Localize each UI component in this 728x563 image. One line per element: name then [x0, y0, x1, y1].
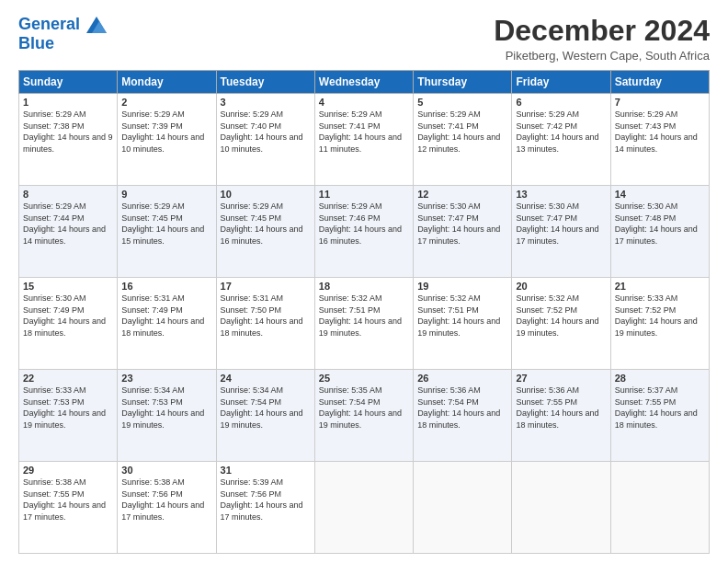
empty-cell [610, 462, 709, 554]
day-number: 19 [417, 281, 507, 292]
day-number: 17 [221, 281, 311, 292]
calendar-day-22: 22 Sunrise: 5:33 AM Sunset: 7:53 PM Dayl… [19, 370, 118, 462]
cell-info: Sunrise: 5:29 AM Sunset: 7:41 PM Dayligh… [319, 109, 409, 155]
empty-cell [314, 462, 413, 554]
calendar-day-28: 28 Sunrise: 5:37 AM Sunset: 7:55 PM Dayl… [610, 370, 709, 462]
calendar-day-7: 7 Sunrise: 5:29 AM Sunset: 7:43 PM Dayli… [610, 94, 709, 186]
logo: General Blue [18, 15, 107, 52]
day-number: 22 [23, 373, 113, 384]
calendar-day-1: 1 Sunrise: 5:29 AM Sunset: 7:38 PM Dayli… [19, 94, 118, 186]
cell-info: Sunrise: 5:29 AM Sunset: 7:46 PM Dayligh… [319, 201, 409, 247]
calendar-table: SundayMondayTuesdayWednesdayThursdayFrid… [18, 70, 710, 554]
calendar-day-4: 4 Sunrise: 5:29 AM Sunset: 7:41 PM Dayli… [314, 94, 413, 186]
calendar-week-5: 29 Sunrise: 5:38 AM Sunset: 7:55 PM Dayl… [19, 462, 710, 554]
day-number: 27 [516, 373, 606, 384]
calendar-day-18: 18 Sunrise: 5:32 AM Sunset: 7:51 PM Dayl… [314, 278, 413, 370]
cell-info: Sunrise: 5:37 AM Sunset: 7:55 PM Dayligh… [615, 385, 705, 431]
logo-icon [86, 17, 107, 33]
col-header-thursday: Thursday [414, 71, 512, 94]
cell-info: Sunrise: 5:29 AM Sunset: 7:42 PM Dayligh… [516, 109, 606, 155]
calendar-day-16: 16 Sunrise: 5:31 AM Sunset: 7:49 PM Dayl… [118, 278, 216, 370]
calendar-day-17: 17 Sunrise: 5:31 AM Sunset: 7:50 PM Dayl… [216, 278, 314, 370]
day-number: 29 [23, 465, 113, 476]
calendar-day-25: 25 Sunrise: 5:35 AM Sunset: 7:54 PM Dayl… [314, 370, 413, 462]
day-number: 6 [516, 97, 606, 108]
calendar-week-2: 8 Sunrise: 5:29 AM Sunset: 7:44 PM Dayli… [19, 186, 710, 278]
calendar-day-27: 27 Sunrise: 5:36 AM Sunset: 7:55 PM Dayl… [512, 370, 610, 462]
calendar-day-8: 8 Sunrise: 5:29 AM Sunset: 7:44 PM Dayli… [19, 186, 118, 278]
title-section: December 2024 Piketberg, Western Cape, S… [494, 15, 710, 63]
cell-info: Sunrise: 5:38 AM Sunset: 7:56 PM Dayligh… [121, 477, 211, 523]
calendar-header-row: SundayMondayTuesdayWednesdayThursdayFrid… [19, 71, 710, 94]
day-number: 12 [417, 189, 507, 200]
col-header-friday: Friday [512, 71, 610, 94]
cell-info: Sunrise: 5:30 AM Sunset: 7:47 PM Dayligh… [417, 201, 507, 247]
day-number: 14 [615, 189, 705, 200]
calendar-week-4: 22 Sunrise: 5:33 AM Sunset: 7:53 PM Dayl… [19, 370, 710, 462]
calendar-week-1: 1 Sunrise: 5:29 AM Sunset: 7:38 PM Dayli… [19, 94, 710, 186]
calendar-day-13: 13 Sunrise: 5:30 AM Sunset: 7:47 PM Dayl… [512, 186, 610, 278]
day-number: 23 [121, 373, 211, 384]
header: General Blue December 2024 Piketberg, We… [18, 15, 710, 63]
cell-info: Sunrise: 5:36 AM Sunset: 7:55 PM Dayligh… [516, 385, 606, 431]
cell-info: Sunrise: 5:29 AM Sunset: 7:38 PM Dayligh… [23, 109, 113, 155]
cell-info: Sunrise: 5:38 AM Sunset: 7:55 PM Dayligh… [23, 477, 113, 523]
cell-info: Sunrise: 5:30 AM Sunset: 7:48 PM Dayligh… [615, 201, 705, 247]
cell-info: Sunrise: 5:39 AM Sunset: 7:56 PM Dayligh… [221, 477, 311, 523]
day-number: 26 [417, 373, 507, 384]
cell-info: Sunrise: 5:34 AM Sunset: 7:53 PM Dayligh… [121, 385, 211, 431]
cell-info: Sunrise: 5:32 AM Sunset: 7:51 PM Dayligh… [417, 293, 507, 339]
day-number: 15 [23, 281, 113, 292]
cell-info: Sunrise: 5:29 AM Sunset: 7:45 PM Dayligh… [221, 201, 311, 247]
day-number: 18 [319, 281, 409, 292]
day-number: 25 [319, 373, 409, 384]
calendar-day-20: 20 Sunrise: 5:32 AM Sunset: 7:52 PM Dayl… [512, 278, 610, 370]
day-number: 20 [516, 281, 606, 292]
col-header-wednesday: Wednesday [314, 71, 413, 94]
day-number: 13 [516, 189, 606, 200]
cell-info: Sunrise: 5:30 AM Sunset: 7:49 PM Dayligh… [23, 293, 113, 339]
day-number: 31 [221, 465, 311, 476]
day-number: 1 [23, 97, 113, 108]
calendar-day-10: 10 Sunrise: 5:29 AM Sunset: 7:45 PM Dayl… [216, 186, 314, 278]
day-number: 2 [121, 97, 211, 108]
cell-info: Sunrise: 5:35 AM Sunset: 7:54 PM Dayligh… [319, 385, 409, 431]
calendar-day-24: 24 Sunrise: 5:34 AM Sunset: 7:54 PM Dayl… [216, 370, 314, 462]
calendar-day-12: 12 Sunrise: 5:30 AM Sunset: 7:47 PM Dayl… [414, 186, 512, 278]
calendar-day-15: 15 Sunrise: 5:30 AM Sunset: 7:49 PM Dayl… [19, 278, 118, 370]
calendar-day-2: 2 Sunrise: 5:29 AM Sunset: 7:39 PM Dayli… [118, 94, 216, 186]
cell-info: Sunrise: 5:36 AM Sunset: 7:54 PM Dayligh… [417, 385, 507, 431]
calendar-day-31: 31 Sunrise: 5:39 AM Sunset: 7:56 PM Dayl… [216, 462, 314, 554]
calendar-day-29: 29 Sunrise: 5:38 AM Sunset: 7:55 PM Dayl… [19, 462, 118, 554]
col-header-monday: Monday [118, 71, 216, 94]
month-title: December 2024 [494, 15, 710, 47]
calendar-day-21: 21 Sunrise: 5:33 AM Sunset: 7:52 PM Dayl… [610, 278, 709, 370]
calendar-day-19: 19 Sunrise: 5:32 AM Sunset: 7:51 PM Dayl… [414, 278, 512, 370]
col-header-sunday: Sunday [19, 71, 118, 94]
location: Piketberg, Western Cape, South Africa [494, 49, 710, 63]
cell-info: Sunrise: 5:29 AM Sunset: 7:41 PM Dayligh… [417, 109, 507, 155]
calendar-day-23: 23 Sunrise: 5:34 AM Sunset: 7:53 PM Dayl… [118, 370, 216, 462]
cell-info: Sunrise: 5:30 AM Sunset: 7:47 PM Dayligh… [516, 201, 606, 247]
logo-blue: Blue [18, 34, 107, 53]
cell-info: Sunrise: 5:29 AM Sunset: 7:43 PM Dayligh… [615, 109, 705, 155]
cell-info: Sunrise: 5:33 AM Sunset: 7:53 PM Dayligh… [23, 385, 113, 431]
col-header-tuesday: Tuesday [216, 71, 314, 94]
day-number: 28 [615, 373, 705, 384]
calendar-week-3: 15 Sunrise: 5:30 AM Sunset: 7:49 PM Dayl… [19, 278, 710, 370]
cell-info: Sunrise: 5:31 AM Sunset: 7:49 PM Dayligh… [121, 293, 211, 339]
calendar-day-6: 6 Sunrise: 5:29 AM Sunset: 7:42 PM Dayli… [512, 94, 610, 186]
day-number: 9 [121, 189, 211, 200]
col-header-saturday: Saturday [610, 71, 709, 94]
cell-info: Sunrise: 5:29 AM Sunset: 7:40 PM Dayligh… [221, 109, 311, 155]
day-number: 10 [221, 189, 311, 200]
calendar-day-3: 3 Sunrise: 5:29 AM Sunset: 7:40 PM Dayli… [216, 94, 314, 186]
day-number: 11 [319, 189, 409, 200]
calendar-day-14: 14 Sunrise: 5:30 AM Sunset: 7:48 PM Dayl… [610, 186, 709, 278]
day-number: 24 [221, 373, 311, 384]
logo-text: General [18, 15, 107, 34]
cell-info: Sunrise: 5:29 AM Sunset: 7:45 PM Dayligh… [121, 201, 211, 247]
empty-cell [414, 462, 512, 554]
empty-cell [512, 462, 610, 554]
cell-info: Sunrise: 5:29 AM Sunset: 7:39 PM Dayligh… [121, 109, 211, 155]
